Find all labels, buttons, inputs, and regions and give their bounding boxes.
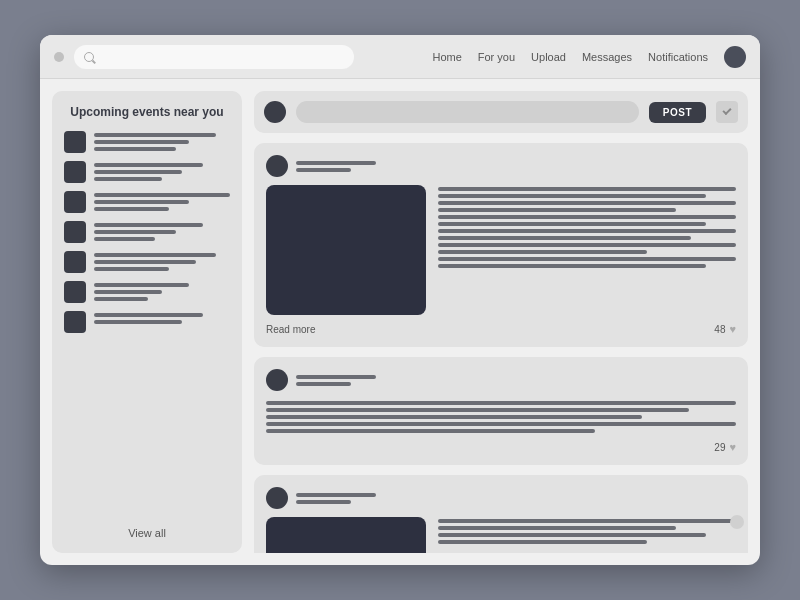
event-lines bbox=[94, 191, 230, 211]
post-author-info bbox=[296, 375, 376, 386]
post-footer: 29 ♥ bbox=[266, 441, 736, 453]
post-text bbox=[266, 399, 736, 433]
post-author-avatar bbox=[266, 487, 288, 509]
sidebar-items bbox=[64, 131, 230, 517]
user-avatar[interactable] bbox=[724, 46, 746, 68]
list-item[interactable] bbox=[64, 191, 230, 213]
event-lines bbox=[94, 281, 230, 301]
post-card: Read more 48 ♥ bbox=[254, 143, 748, 347]
event-lines bbox=[94, 311, 230, 324]
like-count: 29 bbox=[714, 442, 725, 453]
post-media bbox=[266, 185, 426, 315]
read-more-link[interactable]: Read more bbox=[266, 324, 315, 335]
composer-avatar bbox=[264, 101, 286, 123]
post-composer: POST bbox=[254, 91, 748, 133]
post-body bbox=[266, 517, 736, 553]
window-control-dot bbox=[54, 52, 64, 62]
sidebar: Upcoming events near you bbox=[52, 91, 242, 553]
nav-links: Home For you Upload Messages Notificatio… bbox=[432, 46, 746, 68]
heart-icon: ♥ bbox=[729, 323, 736, 335]
post-author-info bbox=[296, 493, 376, 504]
like-section[interactable]: 29 ♥ bbox=[714, 441, 736, 453]
nav-upload[interactable]: Upload bbox=[531, 51, 566, 63]
post-card bbox=[254, 475, 748, 553]
post-header bbox=[266, 155, 736, 177]
event-lines bbox=[94, 251, 230, 271]
search-bar[interactable] bbox=[74, 45, 354, 69]
post-card: 29 ♥ bbox=[254, 357, 748, 465]
event-thumb bbox=[64, 221, 86, 243]
post-header bbox=[266, 369, 736, 391]
like-section[interactable]: 48 ♥ bbox=[714, 323, 736, 335]
event-thumb bbox=[64, 251, 86, 273]
nav-home[interactable]: Home bbox=[432, 51, 461, 63]
event-lines bbox=[94, 161, 230, 181]
heart-icon: ♥ bbox=[729, 441, 736, 453]
post-author-avatar bbox=[266, 155, 288, 177]
list-item[interactable] bbox=[64, 251, 230, 273]
browser-window: Home For you Upload Messages Notificatio… bbox=[40, 35, 760, 565]
event-lines bbox=[94, 131, 230, 151]
browser-toolbar: Home For you Upload Messages Notificatio… bbox=[40, 35, 760, 79]
list-item[interactable] bbox=[64, 221, 230, 243]
post-author-info bbox=[296, 161, 376, 172]
nav-for-you[interactable]: For you bbox=[478, 51, 515, 63]
event-lines bbox=[94, 221, 230, 241]
main-content: Upcoming events near you bbox=[40, 79, 760, 565]
sidebar-title: Upcoming events near you bbox=[64, 105, 230, 119]
like-count: 48 bbox=[714, 324, 725, 335]
event-thumb bbox=[64, 281, 86, 303]
list-item[interactable] bbox=[64, 281, 230, 303]
post-footer: Read more 48 ♥ bbox=[266, 323, 736, 335]
event-thumb bbox=[64, 191, 86, 213]
list-item[interactable] bbox=[64, 311, 230, 333]
composer-input[interactable] bbox=[296, 101, 639, 123]
scrollbar-thumb[interactable] bbox=[730, 515, 744, 529]
feed: POST bbox=[254, 91, 748, 553]
list-item[interactable] bbox=[64, 131, 230, 153]
nav-messages[interactable]: Messages bbox=[582, 51, 632, 63]
chevron-down-button[interactable] bbox=[716, 101, 738, 123]
post-text bbox=[438, 185, 736, 315]
post-author-avatar bbox=[266, 369, 288, 391]
post-header bbox=[266, 487, 736, 509]
view-all-link[interactable]: View all bbox=[64, 527, 230, 539]
post-text bbox=[438, 517, 736, 553]
post-button[interactable]: POST bbox=[649, 102, 706, 123]
chevron-down-icon bbox=[722, 106, 731, 115]
post-media bbox=[266, 517, 426, 553]
post-body bbox=[266, 185, 736, 315]
nav-notifications[interactable]: Notifications bbox=[648, 51, 708, 63]
search-icon bbox=[84, 52, 94, 62]
list-item[interactable] bbox=[64, 161, 230, 183]
event-thumb bbox=[64, 311, 86, 333]
event-thumb bbox=[64, 131, 86, 153]
event-thumb bbox=[64, 161, 86, 183]
